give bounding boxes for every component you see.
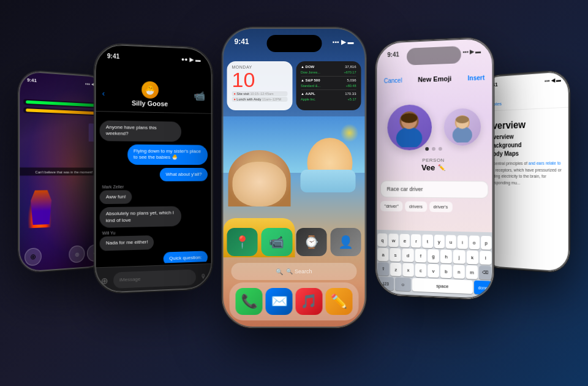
key-delete[interactable]: ⌫ [479,266,491,280]
search-bar[interactable]: 🔍 🔍 Search [232,263,357,280]
msg-row-5: Will Yu Nada for me either! [100,229,208,251]
key-v[interactable]: v [428,264,439,278]
key-done[interactable]: done [474,281,491,295]
widget-cal-day: 10 [232,69,288,90]
key-c[interactable]: c [415,263,427,278]
key-z[interactable]: z [390,263,401,276]
stock-change-sp-val: +80.48 [346,84,356,88]
key-s[interactable]: s [390,248,401,262]
key-q[interactable]: q [377,233,387,247]
app-contacts[interactable]: 👤 [330,228,361,256]
messages-body: Anyone have plans this weekend? Flying d… [94,115,212,265]
key-n[interactable]: n [453,265,465,279]
stock-name-aapl: ▲ AAPL [301,92,315,96]
message-bubble: Aww fun! [100,190,132,204]
emoji-text-field[interactable]: Race car driver [380,181,488,199]
key-g[interactable]: g [428,249,439,263]
watch-icon: ⌚ [304,235,319,249]
control-action1[interactable]: ◎ [69,245,85,263]
cal-event-1: ● Lunch with Andy 11am–12PM [232,97,288,102]
key-w[interactable]: w [388,233,398,247]
status-icons-notes: ▪▪▪ ◀ ▬ [545,77,560,85]
facetime-icon: 📹 [269,235,284,249]
key-j[interactable]: j [453,250,465,264]
emoji-avatar-secondary[interactable] [444,108,481,146]
add-icon[interactable]: ⊕ [101,275,108,286]
person-name: Vee [421,163,435,172]
phone-emoji: 9:41 ▪▪▪▶▬ Cancel New Emoji Insert [375,37,493,300]
widgets-area: MONDAY 10 ● Site visit 10:15–12:45am ● L… [227,61,361,110]
app-facetime[interactable]: 📹 [262,228,292,256]
msg-row-3: Mark Zeller Aww fun! [100,184,208,204]
status-icons-emoji: ▪▪▪▶▬ [462,48,481,55]
key-p[interactable]: p [481,236,491,250]
dock-mail-icon[interactable]: ✉️ [266,288,293,315]
widget-calendar[interactable]: MONDAY 10 ● Site visit 10:15–12:45am ● L… [227,61,293,110]
emoji-insert-button[interactable]: Insert [468,74,485,81]
key-a[interactable]: a [377,248,388,261]
phones-container: 9:41 ▪▪▪ ◀ ▬ Can't believe that was in t… [0,0,588,386]
svg-point-1 [396,127,423,147]
emoji-avatar-main[interactable] [387,104,432,150]
control-left[interactable]: ⊕ [24,248,42,266]
dock-phone-icon[interactable]: 📞 [236,288,263,315]
status-icons-home: ▪▪▪▶▬ [333,39,354,45]
key-k[interactable]: k [466,251,478,265]
key-m[interactable]: m [466,265,478,279]
stock-value-sp: 5,036 [347,78,356,82]
msg-row-0: Anyone have plans this weekend? [100,120,208,142]
cal-event-0: ● Site visit 10:15–12:45am [232,91,288,96]
stock-divider-2 [301,89,356,90]
key-x[interactable]: x [402,263,413,276]
key-h[interactable]: h [440,249,452,263]
emoji-suggestions: "driver" drivers driver's [380,201,488,213]
key-o[interactable]: o [469,235,480,249]
find-my-icon: 📍 [235,235,250,249]
key-e[interactable]: e [400,234,410,248]
dock: 📞 ✉️ 🎵 ✏️ [230,282,359,320]
phone-homescreen: 9:41 ▪▪▪▶▬ MONDAY 10 ● Site visit [222,28,366,328]
key-d[interactable]: d [402,249,414,262]
imessage-input[interactable]: iMessage [113,269,196,288]
outline-item-bodymaps: › Body Maps [486,149,564,157]
dot-1 [425,147,429,151]
stock-sub-sp: Standard &... [301,84,320,88]
key-b[interactable]: b [440,264,452,278]
msg-text: Aww fun! [106,194,126,199]
video-call-button[interactable]: 📹 [194,89,205,101]
key-t[interactable]: t [423,235,433,248]
key-shift[interactable]: ⇧ [377,262,389,276]
app-find-my[interactable]: 📍 [227,228,258,256]
messages-back-button[interactable]: ‹ [102,88,105,97]
emoji-cancel-button[interactable]: Cancel [384,77,402,84]
emoji-person-label: PERSON Vee ✏️ [375,157,493,173]
keyboard: q w e r t y u i o p a s d f g h [375,230,493,300]
key-r[interactable]: r [411,234,421,248]
key-123[interactable]: 123 [377,276,393,290]
key-f[interactable]: f [415,249,426,262]
event-title-0: Site visit [236,92,249,96]
suggestion-0[interactable]: "driver" [380,201,402,211]
emoji-header: Cancel New Emoji Insert [375,69,493,89]
key-l[interactable]: l [480,251,492,265]
key-u[interactable]: u [445,235,456,249]
suggestion-1[interactable]: drivers [405,201,427,211]
suggestion-2[interactable]: driver's [429,202,453,213]
stock-row-dow-change: Dow Jones... +670.17 [301,70,356,74]
key-y[interactable]: y [434,235,444,248]
messages-header: ‹ 🐣 Silly Goose 📹 [94,75,212,114]
dock-music-icon[interactable]: 🎵 [295,288,322,315]
key-space[interactable]: space [412,278,473,294]
key-emoji[interactable]: ☺ [395,278,412,292]
edit-icon[interactable]: ✏️ [438,164,445,171]
app-watch[interactable]: ⌚ [296,228,326,256]
time-messages: 9:41 [107,53,119,60]
widget-stocks[interactable]: ▲ DOW 37,816 Dow Jones... +670.17 ▲ S&P … [296,61,361,110]
mic-icon[interactable]: 🎙 [201,273,207,280]
outline-item-background: › Background [486,141,564,149]
dock-pencil-icon[interactable]: ✏️ [325,288,352,315]
suggestion-text-1: drivers [409,203,423,209]
message-bubble: Absolutely no plans yet, which I kind of… [100,206,182,228]
key-i[interactable]: i [457,235,467,249]
messages-screen: 9:41 ●●●▶▬ ‹ 🐣 Silly Goose 📹 Anyone have… [94,44,212,294]
